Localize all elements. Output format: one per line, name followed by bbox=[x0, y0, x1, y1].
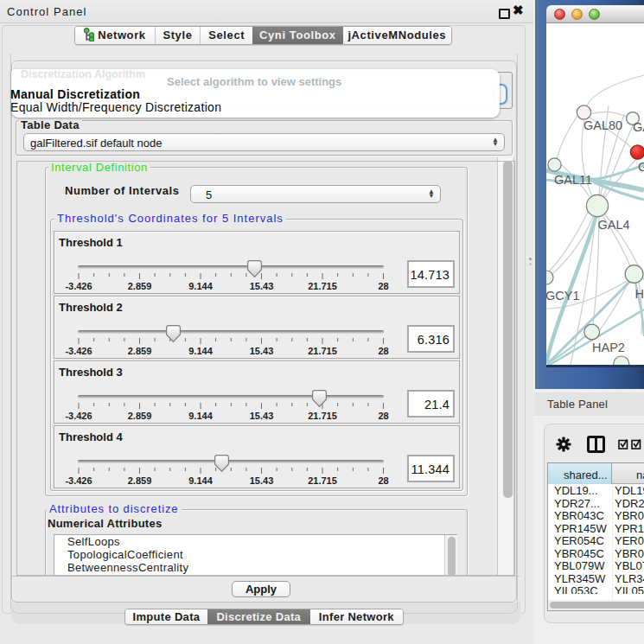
svg-text:G: G bbox=[638, 160, 644, 174]
svg-text:HAP2: HAP2 bbox=[592, 341, 625, 354]
svg-text:H: H bbox=[635, 287, 644, 301]
svg-text:GAL80: GAL80 bbox=[583, 118, 622, 132]
svg-text:GA: GA bbox=[633, 120, 644, 134]
svg-text:GAL11: GAL11 bbox=[554, 173, 592, 187]
svg-text:GCY1: GCY1 bbox=[546, 289, 580, 303]
svg-text:GAL4: GAL4 bbox=[598, 218, 630, 232]
